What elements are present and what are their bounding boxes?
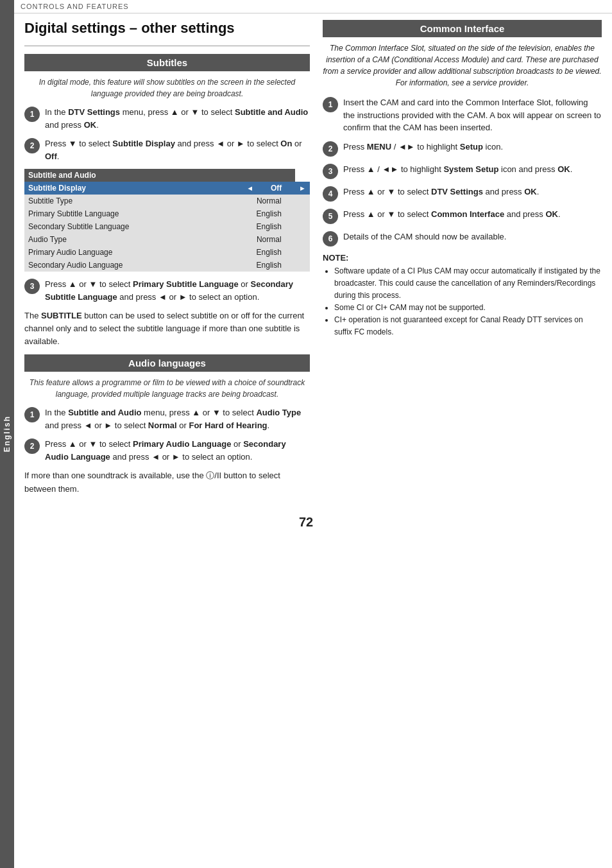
table-row-primary-subtitle: Primary Subtitle Language English [24,207,310,220]
ci-step-3-text: Press ▲ / ◄► to highlight System Setup i… [343,163,572,176]
right-arrow: ► [295,182,310,195]
ci-step-4-num: 4 [323,186,338,202]
right-column: Common Interface The Common Interface Sl… [323,13,602,502]
subtitles-header: Subtitles [24,54,310,71]
step-2-num: 2 [24,138,40,153]
audio-step-2-num: 2 [24,438,40,454]
language-tab: English [0,0,14,868]
top-bar: CONTROLS AND FEATURES [14,0,612,13]
ci-step-1: 1 Insert the CAM and card into the Commo… [323,96,602,134]
row-value: Normal [242,195,295,207]
ci-step-6-num: 6 [323,231,338,247]
audio-step-1: 1 In the Subtitle and Audio menu, press … [24,406,310,431]
row-value: Normal [242,233,295,246]
table-title: Subtitle and Audio [24,169,295,182]
table-row-secondary-subtitle: Secondary Subtitle Language English [24,220,310,233]
main-content: Digital settings – other settings Subtit… [14,13,612,502]
row-value: Off [257,182,295,195]
audio-step-2: 2 Press ▲ or ▼ to select Primary Audio L… [24,438,310,463]
note-list: Software update of a CI Plus CAM may occ… [334,265,602,339]
subtitle-audio-table: Subtitle and Audio Subtitle Display ◄ Of… [24,169,310,272]
note-item-1: Software update of a CI Plus CAM may occ… [334,265,602,302]
note-item-3: CI+ operation is not guaranteed except f… [334,314,602,338]
note-item-2: Some CI or CI+ CAM may not be supported. [334,302,602,314]
page-title: Digital settings – other settings [24,20,310,37]
audio-step-2-text: Press ▲ or ▼ to select Primary Audio Lan… [45,438,310,463]
ci-step-3-num: 3 [323,164,338,179]
row-value: English [242,246,295,259]
step-2: 2 Press ▼ to select Subtitle Display and… [24,137,310,162]
row-label: Secondary Subtitle Language [24,220,242,233]
row-label: Audio Type [24,233,242,246]
row-value: English [242,259,295,272]
audio-note: If more than one soundtrack is available… [24,469,310,495]
ci-step-1-text: Insert the CAM and card into the Common … [343,96,602,134]
page-number: 72 [0,515,612,542]
step-1-num: 1 [24,107,40,122]
row-value: English [242,220,295,233]
step-3: 3 Press ▲ or ▼ to select Primary Subtitl… [24,278,310,303]
note-section: NOTE: Software update of a CI Plus CAM m… [323,253,602,339]
divider [24,46,310,46]
row-label: Secondary Audio Language [24,259,242,272]
audio-step-1-num: 1 [24,407,40,422]
ci-step-5: 5 Press ▲ or ▼ to select Common Interfac… [323,208,602,224]
ci-header: Common Interface [323,20,602,37]
audio-header: Audio languages [24,354,310,372]
ci-intro: The Common Interface Slot, situated on t… [323,42,602,89]
step-3-text: Press ▲ or ▼ to select Primary Subtitle … [45,278,310,303]
ci-step-5-text: Press ▲ or ▼ to select Common Interface … [343,208,561,221]
ci-step-6-text: Details of the CAM should now be availab… [343,230,506,243]
audio-intro: This feature allows a programme or film … [24,377,310,400]
ci-step-4-text: Press ▲ or ▼ to select DTV Settings and … [343,186,539,198]
ci-step-2-num: 2 [323,141,338,157]
audio-step-1-text: In the Subtitle and Audio menu, press ▲ … [45,406,310,431]
note-title: NOTE: [323,253,602,263]
table-row-primary-audio: Primary Audio Language English [24,246,310,259]
ci-step-5-num: 5 [323,209,338,224]
subtitle-note: The SUBTITLE button can be used to selec… [24,309,310,348]
row-label: Primary Audio Language [24,246,242,259]
ci-step-2: 2 Press MENU / ◄► to highlight Setup ico… [323,141,602,157]
step-1-text: In the DTV Settings menu, press ▲ or ▼ t… [45,106,310,131]
table-row-audio-type: Audio Type Normal [24,233,310,246]
ci-step-4: 4 Press ▲ or ▼ to select DTV Settings an… [323,186,602,202]
table-row-secondary-audio: Secondary Audio Language English [24,259,310,272]
ci-step-1-num: 1 [323,97,338,112]
step-3-num: 3 [24,279,40,294]
step-2-text: Press ▼ to select Subtitle Display and p… [45,137,310,162]
row-label: Primary Subtitle Language [24,207,242,220]
ci-step-2-text: Press MENU / ◄► to highlight Setup icon. [343,141,503,153]
row-label: Subtitle Display [24,182,242,195]
ci-step-3: 3 Press ▲ / ◄► to highlight System Setup… [323,163,602,179]
subtitles-intro: In digital mode, this feature will show … [24,76,310,100]
row-label: Subtitle Type [24,195,242,207]
left-arrow: ◄ [242,182,257,195]
table-row-subtitle-display: Subtitle Display ◄ Off ► [24,182,310,195]
table-row-subtitle-type: Subtitle Type Normal [24,195,310,207]
step-1: 1 In the DTV Settings menu, press ▲ or ▼… [24,106,310,131]
row-value: English [242,207,295,220]
table-title-row: Subtitle and Audio [24,169,310,182]
language-label: English [3,415,12,452]
top-bar-label: CONTROLS AND FEATURES [21,3,129,10]
left-column: Digital settings – other settings Subtit… [24,13,310,502]
ci-step-6: 6 Details of the CAM should now be avail… [323,230,602,247]
